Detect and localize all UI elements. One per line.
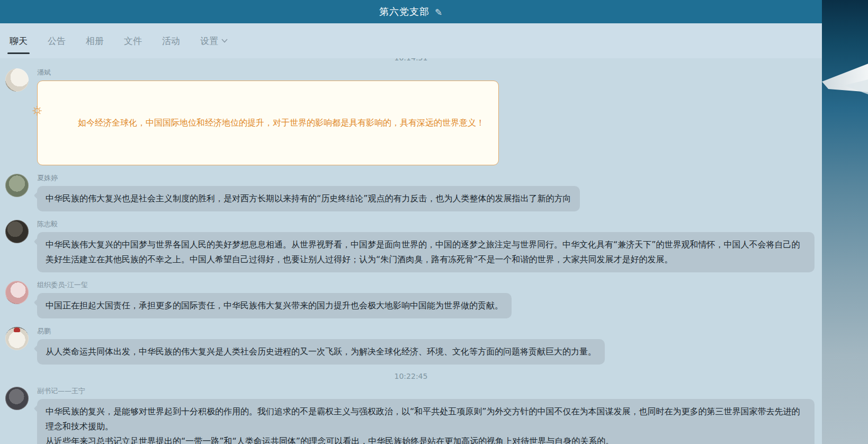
message-bubble: 从人类命运共同体出发，中华民族的伟大复兴是人类社会历史进程的又一次飞跃，为解决全…	[37, 339, 605, 365]
tab-activities-label: 活动	[162, 35, 180, 47]
message-list[interactable]: 10:14:51 潘斌	[0, 58, 822, 444]
message-text: 中华民族的伟大复兴也是社会主义制度的胜利，是对西方长期以来持有的“历史终结论”观…	[46, 193, 571, 203]
message-text: 中国正在担起大国责任，承担更多的国际责任，中华民族伟大复兴带来的国力提升也会极大…	[46, 300, 503, 310]
message-bubble: 中国正在担起大国责任，承担更多的国际责任，中华民族伟大复兴带来的国力提升也会极大…	[37, 293, 512, 318]
tab-announcements[interactable]: 公告	[47, 23, 67, 58]
sun-badge-icon	[31, 74, 43, 87]
sender-name: 易鹏	[37, 326, 815, 336]
message-text: 中华民族伟大复兴的中国梦与世界各国人民的美好梦想息息相通。从世界视野看，中国梦是…	[46, 239, 800, 264]
message-text: 中华民族的复兴，是能够对世界起到十分积极的作用的。我们追求的不是霸权主义与强权政…	[46, 406, 800, 444]
sender-name: 夏姝婷	[37, 173, 815, 183]
message-bubble: 中华民族的复兴，是能够对世界起到十分积极的作用的。我们追求的不是霸权主义与强权政…	[37, 399, 815, 444]
tab-chat[interactable]: 聊天	[8, 23, 29, 58]
tab-album-label: 相册	[86, 35, 104, 47]
tab-activities[interactable]: 活动	[161, 23, 181, 58]
message-row: 易鹏 从人类命运共同体出发，中华民族的伟大复兴是人类社会历史进程的又一次飞跃，为…	[5, 326, 817, 365]
group-chat-panel: 第六党支部 ✎ 聊天 公告 相册 文件 活动 设置	[0, 0, 822, 444]
group-header: 第六党支部 ✎	[0, 0, 822, 23]
tab-chat-label: 聊天	[10, 35, 28, 47]
leaf-icon	[486, 158, 496, 168]
tab-album[interactable]: 相册	[85, 23, 105, 58]
app-screen: 第六党支部 ✎ 聊天 公告 相册 文件 活动 设置	[0, 0, 868, 444]
tab-announcements-label: 公告	[48, 35, 66, 47]
sender-name: 陈志毅	[37, 219, 815, 229]
message-bubble-highlighted: 如今经济全球化，中国国际地位和经济地位的提升，对于世界的影响都是具有影响的，具有…	[37, 81, 499, 165]
avatar[interactable]	[5, 220, 29, 243]
message-bubble: 中华民族的伟大复兴也是社会主义制度的胜利，是对西方长期以来持有的“历史终结论”观…	[37, 186, 580, 211]
chevron-down-icon	[221, 39, 228, 43]
tab-bar: 聊天 公告 相册 文件 活动 设置	[0, 23, 822, 58]
tab-files[interactable]: 文件	[123, 23, 143, 58]
avatar[interactable]	[5, 327, 29, 350]
timestamp-divider: 10:14:51	[5, 58, 817, 62]
message-text: 从人类命运共同体出发，中华民族的伟大复兴是人类社会历史进程的又一次飞跃，为解决全…	[46, 347, 596, 357]
avatar[interactable]	[5, 68, 29, 92]
edit-group-name-icon[interactable]: ✎	[435, 7, 443, 17]
tab-settings[interactable]: 设置	[199, 23, 229, 58]
message-row: 组织委员-江一玺 中国正在担起大国责任，承担更多的国际责任，中华民族伟大复兴带来…	[5, 280, 817, 318]
avatar[interactable]	[5, 281, 29, 304]
avatar[interactable]	[5, 174, 29, 197]
group-title: 第六党支部	[379, 5, 429, 18]
sender-name: 潘斌	[37, 68, 815, 77]
message-row: 副书记——王宁 中华民族的复兴，是能够对世界起到十分积极的作用的。我们追求的不是…	[5, 386, 817, 444]
message-row: 夏姝婷 中华民族的伟大复兴也是社会主义制度的胜利，是对西方长期以来持有的“历史终…	[5, 173, 817, 211]
timestamp-divider: 10:22:45	[5, 372, 817, 380]
tab-files-label: 文件	[124, 35, 142, 47]
avatar[interactable]	[5, 387, 29, 410]
message-text: 如今经济全球化，中国国际地位和经济地位的提升，对于世界的影响都是具有影响的，具有…	[78, 118, 485, 128]
tab-settings-label: 设置	[200, 35, 218, 47]
sender-name: 副书记——王宁	[37, 386, 815, 396]
sender-name: 组织委员-江一玺	[37, 280, 815, 290]
message-row: 陈志毅 中华民族伟大复兴的中国梦与世界各国人民的美好梦想息息相通。从世界视野看，…	[5, 219, 817, 272]
message-bubble: 中华民族伟大复兴的中国梦与世界各国人民的美好梦想息息相通。从世界视野看，中国梦是…	[37, 232, 815, 272]
message-row: 潘斌	[5, 67, 817, 165]
